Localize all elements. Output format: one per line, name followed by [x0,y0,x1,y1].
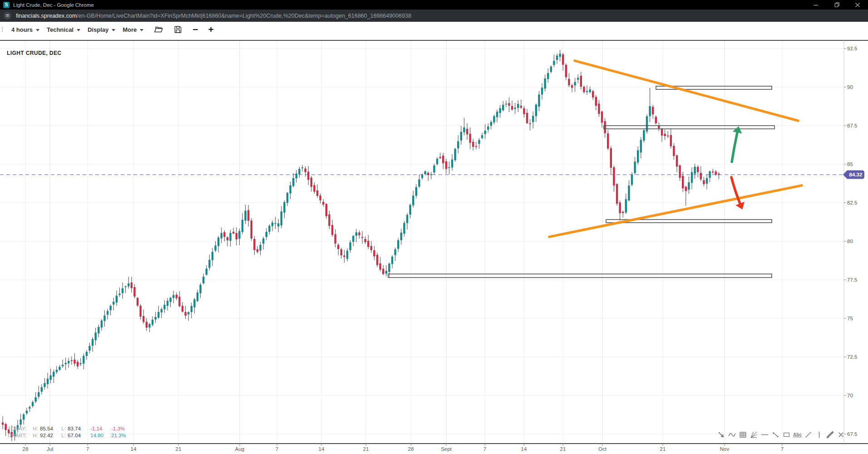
svg-text:67.5: 67.5 [847,431,857,437]
today-change-pct: -1.3% [111,425,125,432]
site-info-icon[interactable] [4,12,11,20]
current-price-badge: 84.32 [843,171,864,179]
timeframe-dropdown-label: 4 hours [11,26,33,33]
svg-text:21: 21 [176,446,182,452]
today-stats-row: TODAY:H:85.54L:83.74-1.14-1.3% [8,425,126,432]
bearish-arrow [731,177,745,210]
chart-low: 67.04 [68,432,90,439]
horizontal-line-tool-icon[interactable] [760,429,769,440]
instrument-label: LIGHT CRUDE, DEC [7,50,61,56]
svg-text:14: 14 [319,446,325,452]
window-controls [805,0,868,10]
svg-text:21: 21 [560,446,566,452]
more-dropdown-label: More [123,26,137,33]
chart-label: CHART: [8,432,33,439]
chevron-down-icon [140,29,143,31]
url-text[interactable]: financials.spreadex.com/en-GB/Home/LiveC… [16,13,411,19]
line-tool-icon[interactable] [804,429,813,440]
fan-lines-tool-icon[interactable] [749,429,759,440]
svg-text:77.5: 77.5 [847,277,857,283]
svg-text:80: 80 [847,239,853,244]
window-title: Light Crude, Dec - Google Chrome [13,2,805,8]
svg-text:14: 14 [521,446,527,452]
svg-text:72.5: 72.5 [847,354,857,360]
display-dropdown[interactable]: Display [88,26,115,33]
ruler-tool-icon[interactable] [825,429,835,440]
svg-text:92.5: 92.5 [847,46,857,51]
timeframe-dropdown[interactable]: 4 hours [11,26,39,33]
y-axis-labels: 92.59087.58582.58077.57572.57067.5 [844,46,857,437]
svg-text:Oct: Oct [598,446,607,452]
rectangle-tool-icon[interactable] [782,429,791,440]
candles [2,50,720,441]
spreadex-favicon: S [3,2,10,8]
svg-text:87.5: 87.5 [847,123,857,128]
chevron-down-icon [77,29,80,31]
close-icon[interactable] [847,0,868,10]
chart-stats-row: CHART:H:92.42L:67.0414.8021.3% [8,432,126,439]
vertical-line-tool-icon[interactable] [814,429,824,440]
svg-text:7: 7 [276,446,278,452]
text-tool-icon[interactable]: Abc [793,429,802,440]
window-titlebar: S Light Crude, Dec - Google Chrome [0,0,868,10]
chart-toolbar: 4 hours Technical Display More − + [0,22,868,37]
svg-text:7: 7 [781,446,784,452]
display-dropdown-label: Display [88,26,108,33]
segment-tool-icon[interactable] [771,429,780,440]
today-high: 85.54 [40,425,61,432]
zoom-out-icon[interactable]: − [192,25,198,34]
grid-tool-icon[interactable] [738,429,748,440]
minimize-icon[interactable] [805,0,826,10]
url-domain: financials.spreadex.com [16,13,77,19]
svg-text:Sept: Sept [441,446,452,452]
chart-change: 14.80 [90,432,111,439]
session-stats: TODAY:H:85.54L:83.74-1.14-1.3% CHART:H:9… [8,425,126,439]
today-low: 83.74 [68,425,90,432]
chart-high: 92.42 [40,432,61,439]
restore-icon[interactable] [826,0,847,10]
svg-text:85: 85 [847,161,853,167]
zoom-in-icon[interactable]: + [208,25,214,34]
svg-text:7: 7 [483,446,486,452]
today-label: TODAY: [8,425,33,432]
gridlines [0,40,844,444]
svg-text:75: 75 [847,316,853,321]
save-icon[interactable] [173,25,182,34]
bullish-arrow [732,127,742,162]
x-axis-labels: 28Jul71421Aug7142128Sept71421Oct21Nov7 [23,444,784,452]
svg-text:70: 70 [847,393,853,398]
svg-text:Nov: Nov [720,446,730,452]
svg-text:Jul: Jul [47,446,54,452]
more-dropdown[interactable]: More [123,26,143,33]
price-chart-svg: 92.59087.58582.58077.57572.57067.528Jul7… [0,0,868,454]
open-folder-icon[interactable] [153,25,163,34]
svg-text:21: 21 [660,446,666,452]
chevron-down-icon [112,29,115,31]
svg-text:28: 28 [408,446,414,452]
freehand-tool-icon[interactable] [727,429,737,440]
drag-handle-icon [0,27,4,32]
chevron-down-icon [36,29,39,31]
svg-text:90: 90 [847,84,853,90]
svg-text:14: 14 [131,446,137,452]
arrow-tool-icon[interactable] [716,429,726,440]
delete-drawings-icon[interactable] [836,429,846,440]
browser-url-bar: financials.spreadex.com/en-GB/Home/LiveC… [0,10,868,22]
chart-change-pct: 21.3% [111,432,126,439]
drawing-toolbar: Abc [716,429,846,440]
technical-dropdown-label: Technical [47,26,74,33]
svg-text:82.5: 82.5 [847,200,857,205]
svg-text:7: 7 [86,446,89,452]
url-path: /en-GB/Home/LiveChartMain?id=XFinSprMchM… [77,13,411,19]
svg-text:21: 21 [363,446,369,452]
svg-text:84.32: 84.32 [849,172,863,177]
svg-text:Aug: Aug [235,446,244,452]
svg-text:28: 28 [23,446,29,452]
technical-dropdown[interactable]: Technical [47,26,80,33]
today-change: -1.14 [90,425,111,432]
